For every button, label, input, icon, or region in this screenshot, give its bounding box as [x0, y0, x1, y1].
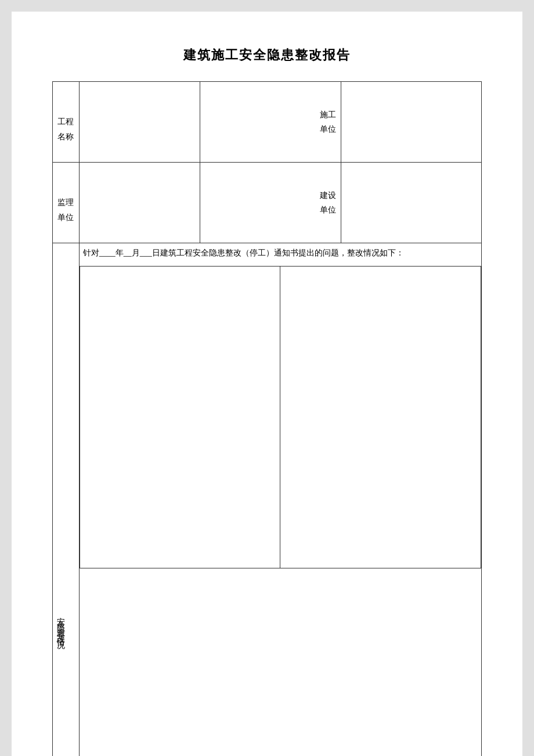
construction-unit-value: [341, 82, 481, 163]
document-page: 建筑施工安全隐患整改报告 工程名称 施工单位 监理单位 建设单位: [12, 12, 522, 756]
page-title: 建筑施工安全隐患整改报告: [52, 46, 482, 64]
project-name-label: 工程名称: [53, 82, 80, 163]
safety-section-row: 安全隐患整改情况 针对____年__月___日建筑工程安全隐患整改（停工）通知书…: [53, 243, 482, 756]
safety-inner-table: [80, 266, 481, 568]
project-row: 工程名称 施工单位: [53, 82, 482, 163]
safety-content-cell: 针对____年__月___日建筑工程安全隐患整改（停工）通知书提出的问题，整改情…: [79, 243, 481, 756]
owner-unit-value: [341, 162, 481, 243]
main-form-table: 工程名称 施工单位 监理单位 建设单位 安全隐患整改情况: [52, 81, 482, 756]
project-name-value: [79, 82, 200, 163]
supervision-unit-value: [79, 162, 200, 243]
safety-col-right: [280, 267, 481, 568]
safety-label-cell: 安全隐患整改情况: [53, 243, 80, 756]
safety-inner-row: [80, 267, 481, 568]
safety-col-left: [80, 267, 280, 568]
notice-text: 针对____年__月___日建筑工程安全隐患整改（停工）通知书提出的问题，整改情…: [80, 243, 481, 266]
supervision-row: 监理单位 建设单位: [53, 162, 482, 243]
supervision-unit-label: 监理单位: [53, 162, 80, 243]
construction-unit-label: 施工单位: [200, 82, 341, 163]
owner-unit-label: 建设单位: [200, 162, 341, 243]
